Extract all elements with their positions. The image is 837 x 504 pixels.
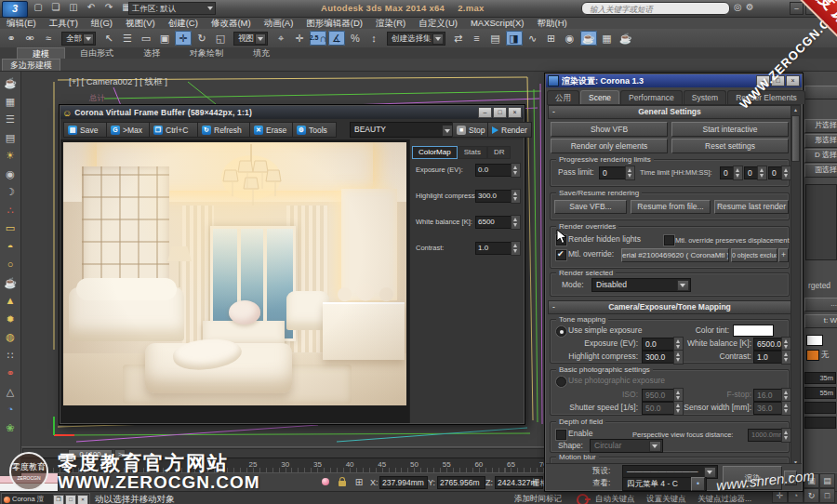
reference-coordsys-dropdown[interactable]: 视图 bbox=[233, 32, 268, 46]
new-scene-icon[interactable]: ▢ bbox=[32, 2, 45, 12]
mtl-preserves-checkbox[interactable] bbox=[664, 235, 674, 245]
vfb-minimize-button[interactable]: – bbox=[478, 107, 492, 118]
render-only-elements-button[interactable]: Render only elements bbox=[551, 139, 668, 153]
lock-view-button[interactable]: • bbox=[691, 477, 705, 491]
teapot-icon[interactable]: ☕ bbox=[2, 74, 19, 93]
restore-icon[interactable]: ❐ bbox=[53, 495, 64, 504]
app-logo-icon[interactable]: 3 bbox=[2, 1, 28, 18]
vfb-save-button[interactable]: ▤Save bbox=[63, 122, 108, 138]
dialog-maximize-button[interactable]: □ bbox=[771, 75, 785, 86]
vfb-maximize-button[interactable]: □ bbox=[493, 107, 507, 118]
unlink-icon[interactable]: ⚮ bbox=[21, 31, 38, 46]
menu-item[interactable]: 渲染(R) bbox=[369, 18, 412, 29]
set-key-button[interactable]: 设置关键点 bbox=[646, 494, 686, 504]
tools-icon[interactable]: ⚙ bbox=[746, 2, 754, 12]
menu-item[interactable]: 修改器(M) bbox=[205, 18, 258, 29]
dialog-close-button[interactable]: × bbox=[786, 75, 800, 86]
cone-icon[interactable]: ▲ bbox=[2, 292, 19, 311]
menu-item[interactable]: MAXScript(X) bbox=[464, 18, 531, 29]
scale-icon[interactable]: ◱ bbox=[212, 31, 229, 46]
workspace-dropdown[interactable]: 工作区: 默认 bbox=[128, 2, 216, 15]
x-coordinate-field[interactable]: 237.994mm bbox=[379, 476, 428, 489]
molecule-icon[interactable]: ∴ bbox=[2, 202, 19, 220]
sheet-icon[interactable]: ▤ bbox=[2, 129, 19, 148]
dof-enable-checkbox[interactable] bbox=[556, 430, 566, 440]
menu-item[interactable]: 工具(T) bbox=[43, 18, 85, 29]
moon-icon[interactable]: ☽ bbox=[2, 183, 19, 202]
rect-region-icon[interactable]: ▭ bbox=[138, 31, 154, 46]
sun-icon[interactable]: ✹ bbox=[2, 311, 19, 329]
search-input[interactable] bbox=[588, 3, 727, 15]
resume-last-render-button[interactable]: Resume last render bbox=[714, 200, 789, 214]
select-by-name-icon[interactable]: ☰ bbox=[119, 31, 136, 46]
coord-mode-icon[interactable]: ⊞ bbox=[353, 477, 365, 488]
resume-from-file-button[interactable]: Resume from file... bbox=[631, 200, 711, 214]
dialog-scrollbar[interactable]: ▲ ▼ bbox=[790, 105, 801, 467]
rollout-camera-exposure[interactable]: -Camera/Exposure/Tone Mapping bbox=[548, 300, 791, 314]
rollout-general-settings[interactable]: -General Settings bbox=[548, 105, 791, 119]
panel-dropdown[interactable]: t: W bbox=[804, 314, 837, 328]
dialog-tab[interactable]: Scene bbox=[580, 90, 619, 104]
menu-item[interactable]: 图形编辑器(D) bbox=[299, 18, 369, 29]
render-button[interactable]: 渲染 bbox=[723, 466, 782, 490]
auto-key-button[interactable]: 自动关键点 bbox=[595, 494, 635, 504]
ribbon-subtab-polygon-modeling[interactable]: 多边形建模 bbox=[2, 59, 60, 71]
ribbon-tab[interactable]: 选择 bbox=[128, 47, 175, 59]
panel-button[interactable]: D 选择 bbox=[804, 149, 837, 163]
selection-lock-icon[interactable] bbox=[337, 477, 348, 488]
whitebalance-field[interactable]: 6500 bbox=[475, 216, 514, 229]
show-vfb-button[interactable]: Show VFB bbox=[551, 122, 668, 137]
panel-button[interactable]: ... bbox=[804, 298, 837, 312]
highlight-field[interactable]: 300.0 bbox=[475, 190, 514, 203]
ribbon-tab[interactable]: 建模 bbox=[17, 47, 65, 59]
layer-manager-icon[interactable]: ▤ bbox=[487, 31, 504, 46]
panel-spinner-field[interactable] bbox=[804, 402, 836, 414]
dof-shape-dropdown[interactable]: Circular bbox=[590, 439, 663, 453]
spinner-snap-icon[interactable]: ↕ bbox=[365, 31, 382, 46]
bind-spacewarp-icon[interactable]: ≈ bbox=[40, 31, 57, 46]
search-icon[interactable]: ◎ bbox=[734, 2, 742, 12]
panel-spinner-field[interactable]: 35m bbox=[804, 372, 836, 384]
vfb-render-button[interactable]: Render bbox=[487, 122, 532, 138]
rotate-icon[interactable]: ↻ bbox=[193, 31, 210, 46]
vfb-tab[interactable]: ColorMap bbox=[412, 146, 458, 159]
maxscript-mini-listener[interactable] bbox=[0, 473, 59, 492]
mirror-icon[interactable]: ⇄ bbox=[450, 31, 467, 46]
rendered-frame-icon[interactable]: ▦ bbox=[599, 31, 616, 46]
close-icon[interactable]: × bbox=[77, 495, 88, 504]
camera-icon[interactable]: ◉ bbox=[2, 166, 19, 184]
pass-limit-spinner[interactable] bbox=[625, 166, 635, 180]
vfb-copy-button[interactable]: ❐Ctrl+C bbox=[149, 122, 199, 138]
orbit-icon[interactable]: ↻ bbox=[804, 488, 819, 503]
dialog-minimize-button[interactable]: – bbox=[756, 75, 770, 86]
set-key-icon[interactable] bbox=[577, 494, 589, 504]
preview-icon[interactable]: ▦ bbox=[2, 93, 19, 112]
window-crossing-icon[interactable]: ▣ bbox=[156, 31, 173, 46]
zoom-extents-all-icon[interactable]: ▤ bbox=[819, 473, 835, 488]
menu-item[interactable]: 编辑(E) bbox=[0, 18, 43, 29]
color-swatch-orange[interactable] bbox=[806, 350, 819, 361]
sphere-icon[interactable]: ○ bbox=[2, 256, 19, 274]
maximize-button[interactable]: □ bbox=[805, 2, 819, 15]
maximize-viewport-icon[interactable]: □ bbox=[819, 488, 835, 503]
material-editor-icon[interactable]: ◉ bbox=[562, 31, 578, 46]
align-icon[interactable]: ≡ bbox=[469, 31, 485, 46]
add-exclude-button[interactable]: + bbox=[778, 248, 789, 262]
select-and-link-icon[interactable]: ⚭ bbox=[3, 31, 20, 46]
schematic-view-icon[interactable]: ⊞ bbox=[543, 31, 560, 46]
objects-excluded-button[interactable]: 0 objects excluded... bbox=[731, 248, 777, 262]
color-tint-swatch[interactable] bbox=[733, 325, 774, 337]
time-limit-m-spinner[interactable] bbox=[757, 166, 767, 180]
menu-item[interactable]: 视图(V) bbox=[119, 18, 162, 29]
named-selection-dropdown[interactable]: 创建选择集 bbox=[387, 32, 445, 46]
panel-button[interactable]: 形选择 bbox=[804, 134, 837, 148]
atoms-icon[interactable]: ⚭ bbox=[2, 365, 19, 383]
move-icon[interactable]: ✛ bbox=[175, 31, 192, 46]
time-limit-h-spinner[interactable] bbox=[733, 166, 743, 180]
maximize-icon[interactable]: □ bbox=[65, 495, 76, 504]
exposure-field[interactable]: 0.0 bbox=[475, 164, 514, 177]
exposure-spinner[interactable] bbox=[511, 163, 521, 178]
ribbon-tab[interactable]: 自由形式 bbox=[65, 47, 128, 59]
dialog-tab[interactable]: System bbox=[684, 90, 726, 104]
angle-snap-icon[interactable]: ∡ bbox=[328, 31, 345, 46]
